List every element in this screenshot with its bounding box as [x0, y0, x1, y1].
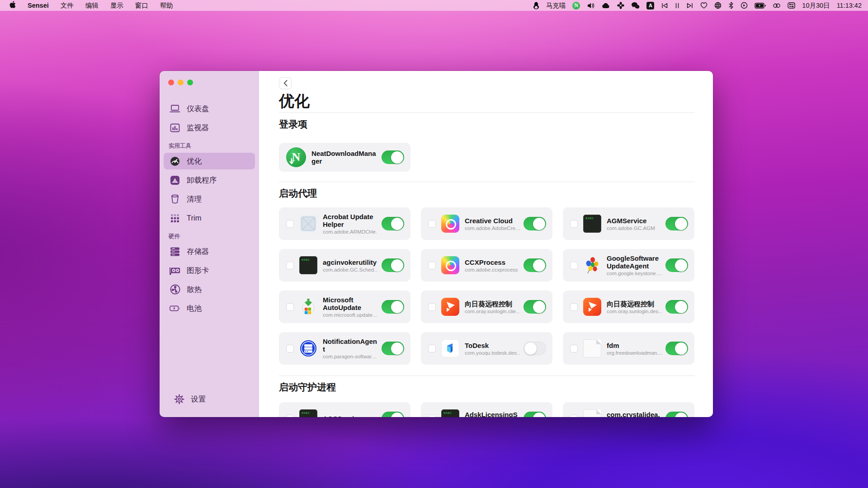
next-icon[interactable] — [686, 3, 693, 9]
enable-toggle[interactable] — [382, 217, 404, 230]
select-checkbox[interactable] — [428, 303, 436, 311]
toggle-knob — [675, 413, 687, 418]
menu-item-0[interactable]: 文件 — [61, 1, 74, 10]
sidebar-item-storage[interactable]: 存储器 — [164, 243, 255, 260]
sidebar-item-grid[interactable]: Trim — [164, 210, 255, 226]
sidebar-item-bucket[interactable]: 清理 — [164, 191, 255, 207]
menu-item-4[interactable]: 帮助 — [160, 1, 173, 10]
exec-app-icon: exec — [441, 409, 459, 417]
cloud-icon[interactable] — [602, 3, 610, 9]
enable-toggle[interactable] — [524, 342, 546, 355]
sidebar-item-gear[interactable]: 设置 — [168, 391, 251, 408]
launch-agent-card: exec AGMServicecom.adobe.GC.AGM — [563, 207, 694, 240]
sidebar-item-gauge[interactable]: 优化 — [164, 153, 255, 169]
sidebar-item-monitor[interactable]: 监视器 — [164, 119, 255, 136]
select-checkbox[interactable] — [428, 262, 436, 269]
enable-toggle[interactable] — [524, 300, 546, 314]
enable-toggle[interactable] — [382, 150, 404, 164]
select-checkbox[interactable] — [286, 415, 294, 418]
select-checkbox[interactable] — [570, 345, 578, 352]
enable-toggle[interactable] — [665, 217, 688, 230]
select-checkbox[interactable] — [570, 303, 578, 311]
apple-menu-icon[interactable] — [9, 1, 16, 10]
launch-agent-card: Microsoft AutoUpdatecom.microsoft.update… — [279, 291, 410, 323]
todesk-app-icon — [441, 339, 459, 357]
enable-toggle[interactable] — [382, 300, 404, 314]
fan-icon[interactable] — [617, 2, 624, 9]
enable-toggle[interactable] — [382, 412, 404, 417]
minimize-window-button[interactable] — [178, 80, 184, 85]
ndm-icon[interactable]: N — [572, 2, 580, 9]
select-checkbox[interactable] — [428, 415, 436, 418]
select-checkbox[interactable] — [428, 220, 436, 228]
enable-toggle[interactable] — [524, 258, 546, 272]
heart-icon[interactable] — [700, 2, 708, 9]
sidebar-item-coolfan[interactable]: 散热 — [164, 281, 255, 298]
globe-icon[interactable] — [714, 2, 722, 9]
hotspot-icon[interactable] — [773, 3, 781, 9]
menu-time[interactable]: 11:13:42 — [837, 2, 862, 9]
battery-icon[interactable] — [755, 3, 766, 9]
status-username[interactable]: 马克喵 — [546, 1, 566, 10]
menu-bar: Sensei 文件编辑显示窗口帮助 马克喵NA10月30日11:13:42 — [0, 0, 868, 11]
exec-app-icon: exec — [583, 215, 601, 233]
sensei-window: 仪表盘监视器实用工具优化卸载程序清理Trim硬件存储器图形卡散热电池 设置 优化… — [160, 71, 713, 417]
menu-app-name[interactable]: Sensei — [28, 2, 49, 9]
close-window-button[interactable] — [168, 80, 174, 85]
zoom-window-button[interactable] — [187, 80, 193, 85]
pause-icon[interactable] — [675, 3, 679, 9]
enable-toggle[interactable] — [382, 342, 404, 355]
app-text: NeatDownloadManager — [311, 150, 378, 165]
enable-toggle[interactable] — [524, 412, 546, 417]
control-center-icon[interactable] — [788, 2, 795, 9]
menu-date[interactable]: 10月30日 — [802, 1, 830, 10]
menu-item-1[interactable]: 编辑 — [85, 1, 99, 10]
volume-icon[interactable] — [587, 2, 595, 9]
select-checkbox[interactable] — [286, 220, 294, 228]
sidebar-item-gpu[interactable]: 图形卡 — [164, 262, 255, 279]
prev-icon[interactable] — [661, 3, 668, 9]
section-title-login-items: 登录项 — [279, 118, 695, 130]
chevron-left-icon — [283, 80, 288, 86]
app-name: NeatDownloadManager — [311, 150, 378, 165]
wechat-icon[interactable] — [631, 2, 640, 9]
enable-toggle[interactable] — [665, 258, 688, 272]
enable-toggle[interactable] — [665, 300, 688, 314]
select-checkbox[interactable] — [570, 220, 578, 228]
toggle-knob — [675, 218, 687, 230]
app-bundle-id: com.adobe.GC.Sched… — [323, 267, 378, 272]
enable-toggle[interactable] — [524, 217, 546, 230]
bluetooth-icon[interactable] — [728, 2, 734, 9]
enable-toggle[interactable] — [382, 258, 404, 272]
battery-icon — [170, 303, 180, 314]
login-items-grid: N NeatDownloadManager — [279, 143, 695, 172]
select-checkbox[interactable] — [570, 262, 578, 269]
enable-toggle[interactable] — [665, 342, 688, 355]
input-a-icon[interactable]: A — [646, 2, 654, 9]
app-text: AGMServicecom.adobe.GC.AGM — [607, 217, 662, 231]
play-circle-icon[interactable] — [741, 2, 748, 9]
sidebar-item-label: 监视器 — [187, 123, 209, 133]
app-name: AGSService — [323, 415, 378, 418]
sidebar-item-dashboard[interactable]: 仪表盘 — [164, 100, 255, 117]
enable-toggle[interactable] — [665, 412, 688, 417]
launch-agent-card: ToDeskcom.youqu.todesk.des… — [421, 332, 552, 365]
sidebar-item-label: 优化 — [187, 156, 202, 166]
menu-item-2[interactable]: 显示 — [110, 1, 123, 10]
storage-icon — [170, 246, 180, 257]
sidebar-item-appstore[interactable]: 卸载程序 — [164, 172, 255, 188]
select-checkbox[interactable] — [286, 303, 294, 311]
select-checkbox[interactable] — [428, 345, 436, 352]
sidebar-item-label: 卸载程序 — [187, 175, 217, 185]
back-button[interactable] — [279, 77, 292, 89]
app-name: agcinvokerutility — [323, 258, 378, 266]
menu-item-3[interactable]: 窗口 — [135, 1, 148, 10]
qq-icon[interactable] — [533, 2, 539, 9]
select-checkbox[interactable] — [286, 345, 294, 352]
select-checkbox[interactable] — [570, 415, 578, 418]
sidebar-item-battery[interactable]: 电池 — [164, 300, 255, 317]
app-name: Microsoft AutoUpdate — [323, 296, 378, 311]
sidebar-item-label: 散热 — [187, 285, 202, 295]
launch-agents-grid: Acrobat Update Helpercom.adobe.ARMDCHe… … — [279, 207, 695, 365]
select-checkbox[interactable] — [286, 262, 294, 269]
